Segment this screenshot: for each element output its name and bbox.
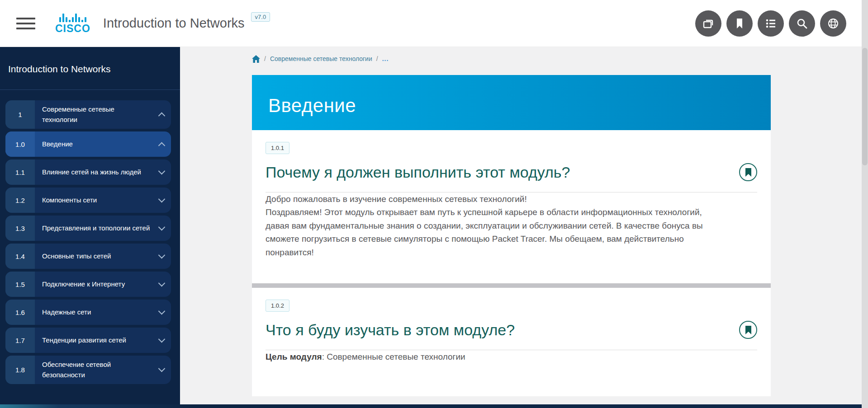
topic-card-1-0-1: 1.0.1 Почему я должен выполнить этот мод…	[252, 130, 771, 283]
topic-number-badge: 1.0.2	[266, 300, 289, 312]
page-scrollbar[interactable]	[862, 0, 868, 408]
sidebar-item-1-1[interactable]: 1.1 Влияние сетей на жизнь людей	[5, 159, 171, 185]
chevron-up-icon[interactable]	[152, 131, 171, 157]
topic-heading: Что я буду изучать в этом модуле?	[266, 321, 515, 339]
bookmark-toggle-icon[interactable]	[739, 321, 757, 339]
version-badge: v7.0	[251, 12, 270, 22]
item-number: 1.6	[5, 300, 35, 325]
chevron-down-icon[interactable]	[152, 244, 171, 269]
topic-card-1-0-2: 1.0.2 Что я буду изучать в этом модуле? …	[252, 288, 771, 396]
item-number: 1.4	[5, 244, 35, 269]
hamburger-menu-icon[interactable]	[16, 14, 35, 33]
chevron-down-icon[interactable]	[152, 272, 171, 297]
pages-icon[interactable]	[695, 10, 721, 37]
item-label: Введение	[35, 131, 152, 157]
sidebar-item-1-8[interactable]: 1.8 Обеспечение сетевой безопасности	[5, 356, 171, 384]
top-header: CISCO Introduction to Networks v7.0	[0, 0, 868, 47]
item-number: 1.5	[5, 272, 35, 297]
chevron-down-icon[interactable]	[152, 356, 171, 384]
item-label: Современные сетевые технологии	[35, 100, 152, 129]
course-sidebar: Introduction to Networks 1 Современные с…	[0, 47, 180, 408]
item-label: Основные типы сетей	[35, 244, 152, 269]
cisco-bars-icon	[59, 13, 86, 22]
bottom-progress-bar	[0, 404, 868, 408]
item-number: 1.3	[5, 216, 35, 241]
item-number: 1	[5, 100, 35, 129]
chevron-down-icon[interactable]	[152, 188, 171, 213]
item-label: Надежные сети	[35, 300, 152, 325]
breadcrumb-link-module[interactable]: Современные сетевые технологии	[270, 55, 372, 62]
cisco-logo-text: CISCO	[55, 23, 90, 34]
sidebar-item-1-4[interactable]: 1.4 Основные типы сетей	[5, 244, 171, 269]
section-divider	[252, 283, 771, 288]
sidebar-course-title: Introduction to Networks	[0, 47, 180, 90]
paragraph: Добро пожаловать в изучение современных …	[266, 192, 727, 206]
header-toolbar	[695, 10, 846, 37]
cisco-logo: CISCO	[55, 13, 90, 34]
home-icon[interactable]	[252, 55, 260, 63]
sidebar-item-1-0[interactable]: 1.0 Введение	[5, 131, 171, 157]
sidebar-item-1-2[interactable]: 1.2 Компоненты сети	[5, 188, 171, 213]
chevron-up-icon[interactable]	[152, 100, 171, 129]
sidebar-item-1[interactable]: 1 Современные сетевые технологии	[5, 100, 171, 129]
sidebar-item-1-7[interactable]: 1.7 Тенденции развития сетей	[5, 328, 171, 353]
item-label: Компоненты сети	[35, 188, 152, 213]
course-viewer: CISCO Introduction to Networks v7.0	[0, 0, 868, 408]
breadcrumb: / Современные сетевые технологии / ...	[252, 54, 771, 63]
chevron-down-icon[interactable]	[152, 300, 171, 325]
breadcrumb-ellipsis[interactable]: ...	[382, 55, 389, 62]
module-objective: Цель модуля: Современные сетевые техноло…	[266, 350, 727, 390]
item-number: 1.2	[5, 188, 35, 213]
item-label: Подключение к Интернету	[35, 272, 152, 297]
item-label: Тенденции развития сетей	[35, 328, 152, 353]
sidebar-item-1-6[interactable]: 1.6 Надежные сети	[5, 300, 171, 325]
topic-number-badge: 1.0.1	[266, 142, 289, 154]
section-banner: Введение	[252, 75, 771, 130]
sidebar-item-1-5[interactable]: 1.5 Подключение к Интернету	[5, 272, 171, 297]
table-of-contents-icon[interactable]	[758, 10, 784, 37]
search-icon[interactable]	[789, 10, 815, 37]
chevron-down-icon[interactable]	[152, 216, 171, 241]
module-list: 1 Современные сетевые технологии 1.0 Вве…	[0, 90, 180, 384]
bookmarks-icon[interactable]	[726, 10, 753, 37]
item-number: 1.8	[5, 356, 35, 384]
item-label: Представления и топологии сетей	[35, 216, 152, 241]
scrollbar-thumb[interactable]	[862, 48, 868, 165]
globe-icon[interactable]	[820, 10, 846, 37]
lesson-content: / Современные сетевые технологии / ... В…	[252, 47, 771, 396]
bookmark-toggle-icon[interactable]	[739, 163, 757, 181]
item-number: 1.0	[5, 131, 35, 157]
item-number: 1.7	[5, 328, 35, 353]
chevron-down-icon[interactable]	[152, 159, 171, 185]
course-title: Introduction to Networks	[103, 16, 245, 31]
chevron-down-icon[interactable]	[152, 328, 171, 353]
banner-title: Введение	[268, 95, 356, 117]
breadcrumb-separator: /	[264, 55, 266, 62]
breadcrumb-separator: /	[376, 55, 378, 62]
item-label: Обеспечение сетевой безопасности	[35, 356, 152, 384]
sidebar-item-1-3[interactable]: 1.3 Представления и топологии сетей	[5, 216, 171, 241]
paragraph: Поздравляем! Этот модуль открывает вам п…	[266, 206, 727, 283]
item-label: Влияние сетей на жизнь людей	[35, 159, 152, 185]
item-number: 1.1	[5, 159, 35, 185]
topic-heading: Почему я должен выполнить этот модуль?	[266, 164, 570, 181]
